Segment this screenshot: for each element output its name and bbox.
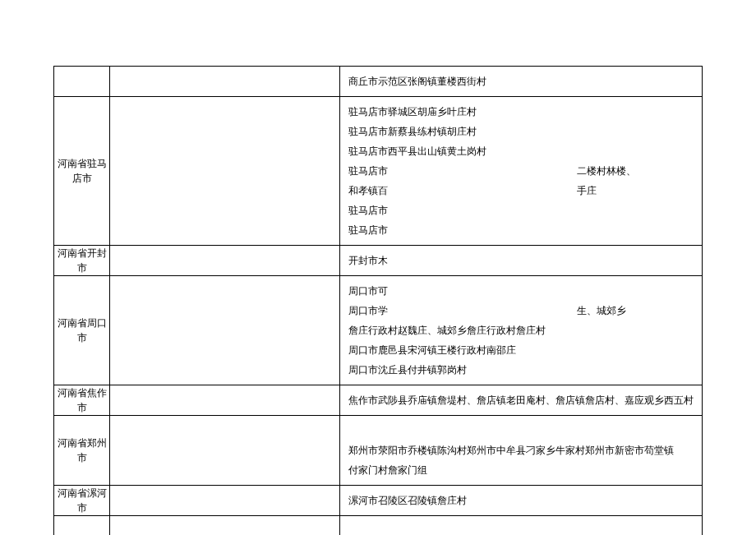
region-name: 河南省焦作市 [58,387,107,413]
empty-cell [110,276,340,385]
region-cell: 湖南省 [54,516,110,536]
detail-line-right: 生、城郊乡 [388,305,626,316]
table-row: 河南省漯河市漯河市召陵区召陵镇詹庄村 [54,486,703,516]
detail-line: 焦作市武陟县乔庙镇詹堤村、詹店镇老田庵村、詹店镇詹店村、嘉应观乡西五村 [348,390,694,410]
detail-line: 驻马店市新蔡县练村镇胡庄村 [348,122,694,141]
detail-cell: 驻马店市驿城区胡庙乡叶庄村驻马店市新蔡县练村镇胡庄村驻马店市西平县出山镇黄土岗村… [340,97,703,246]
detail-line: 周口市鹿邑县宋河镇王楼行政村南邵庄 [348,340,694,360]
region-cell: 河南省开封市 [54,246,110,276]
table-row: 河南省郑州市 郑州市荥阳市乔楼镇陈沟村郑州市中牟县刁家乡牛家村郑州市新密市苟堂镇… [54,416,703,486]
empty-cell [110,416,340,486]
table-row: 河南省焦作市焦作市武陟县乔庙镇詹堤村、詹店镇老田庵村、詹店镇詹店村、嘉应观乡西五… [54,385,703,416]
detail-line: 驻马店市 [348,201,694,220]
region-name: 河南省漯河市 [58,487,107,514]
detail-line [348,421,694,440]
detail-line: 付家门村詹家门组 [348,460,694,480]
region-cell: 河南省郑州市 [54,416,110,486]
detail-line: 漯河市召陵区召陵镇詹庄村 [348,491,694,510]
region-cell: 河南省驻马店市 [54,97,110,246]
table-row: 河南省开封市开封市木 [54,246,703,276]
region-cell: 河南省周口市 [54,276,110,385]
region-table: 商丘市示范区张阁镇董楼西街村河南省驻马店市驻马店市驿城区胡庙乡叶庄村驻马店市新蔡… [53,66,703,535]
detail-line-left: 驻马店市 [348,165,388,177]
empty-cell [110,67,340,97]
table-row: 湖南省 三门峡市陕州区西李村乡原村 [54,516,703,536]
detail-line: 驻马店市西平县出山镇黄土岗村 [348,141,694,161]
empty-cell [110,246,340,276]
empty-cell [110,486,340,516]
detail-line: 周口市学生、城郊乡 [348,301,694,321]
empty-cell [110,516,340,536]
table-row: 河南省驻马店市驻马店市驿城区胡庙乡叶庄村驻马店市新蔡县练村镇胡庄村驻马店市西平县… [54,97,703,246]
region-name: 河南省周口市 [58,317,107,344]
detail-line: 驻马店市二楼村林楼、 [348,161,694,181]
detail-line: 驻马店市驿城区胡庙乡叶庄村 [348,102,694,122]
detail-line-left: 周口市学 [348,305,388,316]
detail-line-right: 手庄 [388,185,597,196]
detail-line: 商丘市示范区张阁镇董楼西街村 [348,71,694,91]
detail-line-left: 和孝镇百 [348,185,388,196]
detail-line: 驻马店市 [348,220,694,240]
table-row: 商丘市示范区张阁镇董楼西街村 [54,67,703,97]
table-row: 河南省周口市周口市可周口市学生、城郊乡詹庄行政村赵魏庄、城郊乡詹庄行政村詹庄村周… [54,276,703,385]
detail-cell: 商丘市示范区张阁镇董楼西街村 [340,67,703,97]
region-name: 河南省开封市 [58,247,107,274]
detail-cell: 郑州市荥阳市乔楼镇陈沟村郑州市中牟县刁家乡牛家村郑州市新密市苟堂镇付家门村詹家门… [340,416,703,486]
detail-line [348,521,694,535]
detail-line: 周口市可 [348,281,694,301]
region-name: 河南省驻马店市 [58,158,107,184]
detail-line-right: 二楼村林楼、 [388,165,636,177]
detail-line: 开封市木 [348,251,694,270]
empty-cell [110,97,340,246]
empty-cell [110,385,340,416]
detail-line: 和孝镇百手庄 [348,181,694,201]
detail-line: 郑州市荥阳市乔楼镇陈沟村郑州市中牟县刁家乡牛家村郑州市新密市苟堂镇 [348,440,694,460]
region-cell [54,67,110,97]
detail-cell: 焦作市武陟县乔庙镇詹堤村、詹店镇老田庵村、詹店镇詹店村、嘉应观乡西五村 [340,385,703,416]
detail-cell: 周口市可周口市学生、城郊乡詹庄行政村赵魏庄、城郊乡詹庄行政村詹庄村周口市鹿邑县宋… [340,276,703,385]
detail-cell: 三门峡市陕州区西李村乡原村 [340,516,703,536]
region-cell: 河南省漯河市 [54,486,110,516]
detail-cell: 漯河市召陵区召陵镇詹庄村 [340,486,703,516]
detail-line: 詹庄行政村赵魏庄、城郊乡詹庄行政村詹庄村 [348,321,694,340]
detail-line: 周口市沈丘县付井镇郭岗村 [348,360,694,380]
detail-cell: 开封市木 [340,246,703,276]
region-cell: 河南省焦作市 [54,385,110,416]
region-name: 河南省郑州市 [58,437,107,464]
